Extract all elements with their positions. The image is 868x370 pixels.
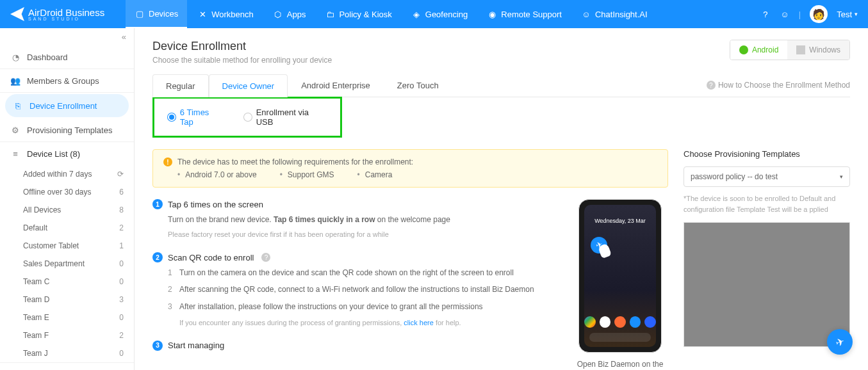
tab-regular[interactable]: Regular [152, 74, 209, 97]
platform-windows[interactable]: Windows [787, 40, 849, 60]
phone-search-bar [589, 333, 651, 342]
help-icon[interactable]: ? [760, 9, 771, 19]
provisioning-panel: Choose Provisioning Templates password p… [684, 149, 850, 370]
provisioning-note: *The device is soon to be enrolled to De… [684, 193, 850, 214]
floating-action-button[interactable] [827, 329, 853, 355]
substep-3: After installation, please follow the in… [168, 300, 559, 313]
chevron-down-icon: ▾ [840, 173, 843, 180]
members-icon: 👥 [10, 76, 20, 86]
tab-android-enterprise[interactable]: Android Enterprise [288, 74, 384, 97]
phone-date: Wednesday, 23 Mar [584, 205, 656, 224]
device-item-teame[interactable]: Team E0 [23, 309, 134, 326]
policy-icon: 🗀 [325, 9, 335, 19]
logo[interactable]: AirDroid Business SAND STUDIO [10, 7, 126, 21]
template-select[interactable]: password policy -- do test▾ [684, 166, 850, 187]
app-icon [600, 316, 611, 328]
templates-icon: ⚙ [10, 125, 20, 135]
device-list-header[interactable]: ≡Device List (8) [0, 142, 134, 165]
workbench-icon: ✕ [197, 9, 208, 19]
android-icon [739, 45, 748, 54]
step-number-icon: 1 [152, 199, 163, 209]
device-item-teamf[interactable]: Team F2 [23, 326, 134, 344]
enrollment-icon: ⎘ [13, 101, 23, 111]
notification-icon[interactable]: ☺ [780, 9, 790, 19]
nav-items: ▢Devices ✕Workbench ⬡Apps 🗀Policy & Kios… [126, 0, 760, 28]
sidebar-members[interactable]: 👥Members & Groups [0, 69, 134, 92]
radio-icon [167, 113, 176, 122]
geofencing-icon: ◈ [411, 9, 422, 19]
top-nav: AirDroid Business SAND STUDIO ▢Devices ✕… [0, 0, 868, 28]
req-gms: Support GMS [280, 170, 334, 179]
info-icon[interactable]: ? [261, 253, 270, 262]
radio-usb[interactable]: Enrollment via USB [243, 108, 327, 127]
avatar[interactable]: 🧑 [810, 5, 828, 23]
page-subtitle: Choose the suitable method for enrolling… [152, 56, 332, 65]
nav-right: ? ☺ | 🧑 Test▾ [760, 5, 858, 23]
device-item-offline[interactable]: Offline over 30 days6 [23, 183, 134, 201]
device-item-default[interactable]: Default2 [23, 219, 134, 237]
device-item-sales[interactable]: Sales Department0 [23, 255, 134, 273]
device-item-tablet[interactable]: Customer Tablet1 [23, 237, 134, 255]
step-number-icon: 3 [152, 341, 163, 351]
main-content: Device Enrollment Choose the suitable me… [135, 28, 868, 370]
substep-1: Turn on the camera on the device and sca… [168, 266, 559, 279]
req-camera: Camera [357, 170, 393, 179]
device-item-teamc[interactable]: Team C0 [23, 273, 134, 291]
nav-remote[interactable]: ◉Remote Support [478, 0, 571, 28]
windows-icon [796, 45, 805, 54]
user-menu[interactable]: Test▾ [837, 10, 858, 19]
step-3: 3Start managing [152, 341, 559, 351]
devices-icon: ▢ [135, 8, 145, 19]
click-here-link[interactable]: click here [404, 319, 433, 326]
sidebar-enrollment[interactable]: ⎘Device Enrollment [5, 94, 129, 117]
collapse-button[interactable]: « [0, 28, 134, 45]
sidebar-dashboard[interactable]: ◔Dashboard [0, 45, 134, 68]
platform-android[interactable]: Android [730, 40, 787, 60]
app-icon [630, 316, 641, 328]
chat-icon: ☺ [581, 9, 591, 19]
dashboard-icon: ◔ [10, 52, 20, 62]
step-2: 2Scan QR code to enroll ? Turn on the ca… [152, 252, 559, 329]
radio-6-times-tap[interactable]: 6 Times Tap [167, 108, 224, 127]
phone-frame: Wednesday, 23 Mar [578, 199, 662, 353]
req-android: Android 7.0 or above [177, 170, 257, 179]
nav-workbench[interactable]: ✕Workbench [188, 0, 263, 28]
refresh-icon[interactable]: ⟳ [117, 170, 124, 179]
enrollment-tabs: Regular Device Owner Android Enterprise … [152, 74, 452, 97]
step-1: 1Tap 6 times on the screen Turn on the b… [152, 199, 559, 241]
step-number-icon: 2 [152, 252, 163, 262]
question-icon: ? [707, 81, 716, 90]
tab-zero-touch[interactable]: Zero Touch [384, 74, 452, 97]
device-item-all[interactable]: All Devices8 [23, 201, 134, 219]
warning-icon: ! [163, 157, 172, 166]
hand-icon [598, 243, 612, 259]
sidebar-templates[interactable]: ⚙Provisioning Templates [0, 118, 134, 141]
device-item-teamj[interactable]: Team J0 [23, 344, 134, 362]
nav-apps[interactable]: ⬡Apps [264, 0, 315, 28]
help-link[interactable]: ?How to Choose the Enrollment Method [707, 81, 850, 90]
sidebar: « ◔Dashboard 👥Members & Groups ⎘Device E… [0, 28, 135, 370]
brand-sub: SAND STUDIO [28, 17, 104, 21]
remote-icon: ◉ [487, 9, 497, 19]
logo-icon [10, 7, 24, 21]
page-title: Device Enrollment [152, 40, 332, 53]
list-icon: ≡ [10, 149, 20, 159]
enrollment-method-radios: 6 Times Tap Enrollment via USB [152, 97, 342, 138]
device-item-teamd[interactable]: Team D3 [23, 291, 134, 309]
radio-icon [243, 113, 252, 122]
nav-policy[interactable]: 🗀Policy & Kiosk [316, 0, 400, 28]
provisioning-title: Choose Provisioning Templates [684, 149, 850, 159]
app-icon [584, 316, 596, 328]
phone-caption: Open Biz Daemon on the device [572, 359, 668, 370]
nav-chat[interactable]: ☺ChatInsight.AI [572, 0, 657, 28]
phone-preview: Wednesday, 23 Mar [572, 199, 668, 370]
nav-devices[interactable]: ▢Devices [126, 0, 187, 28]
platform-toggle: Android Windows [730, 40, 850, 60]
tab-device-owner[interactable]: Device Owner [209, 74, 288, 97]
app-icon [614, 316, 626, 328]
requirements-warning: !The device has to meet the following re… [152, 149, 668, 188]
device-item-added[interactable]: Added within 7 days⟳ [23, 165, 134, 183]
apps-icon: ⬡ [273, 9, 283, 19]
nav-geofencing[interactable]: ◈Geofencing [402, 0, 477, 28]
substep-2: After scanning the QR code, connect to a… [168, 283, 559, 296]
